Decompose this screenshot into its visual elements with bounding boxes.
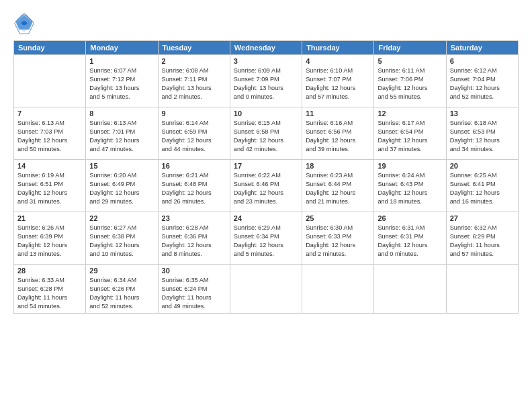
day-number: 18: [306, 162, 370, 170]
calendar-header-sunday: Sunday: [14, 41, 86, 55]
calendar-header-tuesday: Tuesday: [158, 41, 230, 55]
day-number: 21: [17, 214, 82, 222]
calendar-cell: 23Sunrise: 6:28 AMSunset: 6:36 PMDayligh…: [158, 212, 230, 265]
day-detail: Sunrise: 6:32 AMSunset: 6:29 PMDaylight:…: [450, 224, 515, 259]
calendar-week-row: 14Sunrise: 6:19 AMSunset: 6:51 PMDayligh…: [14, 160, 519, 212]
day-detail: Sunrise: 6:19 AMSunset: 6:51 PMDaylight:…: [17, 171, 82, 206]
day-number: 3: [234, 57, 298, 65]
calendar-cell: 14Sunrise: 6:19 AMSunset: 6:51 PMDayligh…: [14, 160, 86, 212]
day-detail: Sunrise: 6:26 AMSunset: 6:39 PMDaylight:…: [17, 224, 82, 259]
calendar-cell: [446, 265, 518, 314]
calendar-cell: [302, 265, 374, 314]
day-number: 26: [378, 214, 442, 222]
calendar-cell: 15Sunrise: 6:20 AMSunset: 6:49 PMDayligh…: [86, 160, 158, 212]
day-detail: Sunrise: 6:13 AMSunset: 7:03 PMDaylight:…: [17, 119, 82, 154]
calendar-cell: 16Sunrise: 6:21 AMSunset: 6:48 PMDayligh…: [158, 160, 230, 212]
day-detail: Sunrise: 6:23 AMSunset: 6:44 PMDaylight:…: [306, 171, 370, 206]
day-number: 14: [17, 162, 82, 170]
calendar-cell: 29Sunrise: 6:34 AMSunset: 6:26 PMDayligh…: [86, 265, 158, 314]
day-number: 25: [306, 214, 370, 222]
calendar-cell: 28Sunrise: 6:33 AMSunset: 6:28 PMDayligh…: [14, 265, 86, 314]
day-detail: Sunrise: 6:33 AMSunset: 6:28 PMDaylight:…: [17, 276, 82, 311]
day-number: 29: [89, 267, 154, 275]
calendar-cell: 20Sunrise: 6:25 AMSunset: 6:41 PMDayligh…: [446, 160, 518, 212]
day-detail: Sunrise: 6:25 AMSunset: 6:41 PMDaylight:…: [450, 171, 515, 206]
calendar-cell: [230, 265, 302, 314]
day-detail: Sunrise: 6:08 AMSunset: 7:11 PMDaylight:…: [162, 66, 226, 101]
calendar-cell: 4Sunrise: 6:10 AMSunset: 7:07 PMDaylight…: [302, 55, 374, 107]
calendar-cell: 1Sunrise: 6:07 AMSunset: 7:12 PMDaylight…: [86, 55, 158, 107]
day-detail: Sunrise: 6:29 AMSunset: 6:34 PMDaylight:…: [234, 224, 298, 259]
day-detail: Sunrise: 6:30 AMSunset: 6:33 PMDaylight:…: [306, 224, 370, 259]
calendar-header-thursday: Thursday: [302, 41, 374, 55]
day-number: 1: [89, 57, 154, 65]
day-number: 17: [234, 162, 298, 170]
day-detail: Sunrise: 6:11 AMSunset: 7:06 PMDaylight:…: [378, 66, 442, 101]
calendar-cell: 26Sunrise: 6:31 AMSunset: 6:31 PMDayligh…: [374, 212, 446, 265]
day-detail: Sunrise: 6:09 AMSunset: 7:09 PMDaylight:…: [234, 66, 298, 101]
day-number: 20: [450, 162, 515, 170]
day-number: 24: [234, 214, 298, 222]
calendar-cell: 7Sunrise: 6:13 AMSunset: 7:03 PMDaylight…: [14, 107, 86, 160]
day-number: 4: [306, 57, 370, 65]
day-detail: Sunrise: 6:16 AMSunset: 6:56 PMDaylight:…: [306, 119, 370, 154]
calendar-cell: 13Sunrise: 6:18 AMSunset: 6:53 PMDayligh…: [446, 107, 518, 160]
day-number: 11: [306, 109, 370, 118]
calendar-header-monday: Monday: [86, 41, 158, 55]
calendar-header-wednesday: Wednesday: [230, 41, 302, 55]
calendar-cell: 10Sunrise: 6:15 AMSunset: 6:58 PMDayligh…: [230, 107, 302, 160]
day-detail: Sunrise: 6:13 AMSunset: 7:01 PMDaylight:…: [89, 119, 154, 154]
day-number: 16: [162, 162, 226, 170]
day-number: 28: [17, 267, 82, 275]
day-number: 22: [89, 214, 154, 222]
day-detail: Sunrise: 6:07 AMSunset: 7:12 PMDaylight:…: [89, 66, 154, 101]
day-detail: Sunrise: 6:24 AMSunset: 6:43 PMDaylight:…: [378, 171, 442, 206]
calendar-header-friday: Friday: [374, 41, 446, 55]
logo: [13, 13, 38, 35]
day-detail: Sunrise: 6:17 AMSunset: 6:54 PMDaylight:…: [378, 119, 442, 154]
day-number: 19: [378, 162, 442, 170]
day-detail: Sunrise: 6:18 AMSunset: 6:53 PMDaylight:…: [450, 119, 515, 154]
day-detail: Sunrise: 6:15 AMSunset: 6:58 PMDaylight:…: [234, 119, 298, 154]
page-header: [13, 11, 519, 35]
calendar-cell: 8Sunrise: 6:13 AMSunset: 7:01 PMDaylight…: [86, 107, 158, 160]
day-detail: Sunrise: 6:21 AMSunset: 6:48 PMDaylight:…: [162, 171, 226, 206]
calendar-cell: 12Sunrise: 6:17 AMSunset: 6:54 PMDayligh…: [374, 107, 446, 160]
calendar-table: SundayMondayTuesdayWednesdayThursdayFrid…: [13, 40, 519, 314]
calendar-cell: 6Sunrise: 6:12 AMSunset: 7:04 PMDaylight…: [446, 55, 518, 107]
calendar-week-row: 1Sunrise: 6:07 AMSunset: 7:12 PMDaylight…: [14, 55, 519, 107]
calendar-cell: 27Sunrise: 6:32 AMSunset: 6:29 PMDayligh…: [446, 212, 518, 265]
day-number: 27: [450, 214, 515, 222]
day-number: 10: [234, 109, 298, 118]
day-detail: Sunrise: 6:14 AMSunset: 6:59 PMDaylight:…: [162, 119, 226, 154]
day-detail: Sunrise: 6:34 AMSunset: 6:26 PMDaylight:…: [89, 276, 154, 311]
calendar-week-row: 7Sunrise: 6:13 AMSunset: 7:03 PMDaylight…: [14, 107, 519, 160]
calendar-header-saturday: Saturday: [446, 41, 518, 55]
calendar-week-row: 21Sunrise: 6:26 AMSunset: 6:39 PMDayligh…: [14, 212, 519, 265]
day-number: 5: [378, 57, 442, 65]
day-detail: Sunrise: 6:10 AMSunset: 7:07 PMDaylight:…: [306, 66, 370, 101]
day-number: 6: [450, 57, 515, 65]
calendar-cell: 17Sunrise: 6:22 AMSunset: 6:46 PMDayligh…: [230, 160, 302, 212]
day-detail: Sunrise: 6:35 AMSunset: 6:24 PMDaylight:…: [162, 276, 226, 311]
logo-icon: [13, 13, 35, 35]
calendar-cell: 25Sunrise: 6:30 AMSunset: 6:33 PMDayligh…: [302, 212, 374, 265]
calendar-cell: 24Sunrise: 6:29 AMSunset: 6:34 PMDayligh…: [230, 212, 302, 265]
calendar-cell: 18Sunrise: 6:23 AMSunset: 6:44 PMDayligh…: [302, 160, 374, 212]
calendar-cell: 2Sunrise: 6:08 AMSunset: 7:11 PMDaylight…: [158, 55, 230, 107]
calendar-cell: [374, 265, 446, 314]
day-detail: Sunrise: 6:31 AMSunset: 6:31 PMDaylight:…: [378, 224, 442, 259]
day-number: 8: [89, 109, 154, 118]
calendar-cell: 22Sunrise: 6:27 AMSunset: 6:38 PMDayligh…: [86, 212, 158, 265]
day-number: 12: [378, 109, 442, 118]
calendar-cell: 19Sunrise: 6:24 AMSunset: 6:43 PMDayligh…: [374, 160, 446, 212]
calendar-header-row: SundayMondayTuesdayWednesdayThursdayFrid…: [14, 41, 519, 55]
day-detail: Sunrise: 6:27 AMSunset: 6:38 PMDaylight:…: [89, 224, 154, 259]
day-number: 30: [162, 267, 226, 275]
day-number: 15: [89, 162, 154, 170]
calendar-cell: 3Sunrise: 6:09 AMSunset: 7:09 PMDaylight…: [230, 55, 302, 107]
calendar-cell: 11Sunrise: 6:16 AMSunset: 6:56 PMDayligh…: [302, 107, 374, 160]
calendar-cell: 5Sunrise: 6:11 AMSunset: 7:06 PMDaylight…: [374, 55, 446, 107]
calendar-cell: 21Sunrise: 6:26 AMSunset: 6:39 PMDayligh…: [14, 212, 86, 265]
day-detail: Sunrise: 6:28 AMSunset: 6:36 PMDaylight:…: [162, 224, 226, 259]
